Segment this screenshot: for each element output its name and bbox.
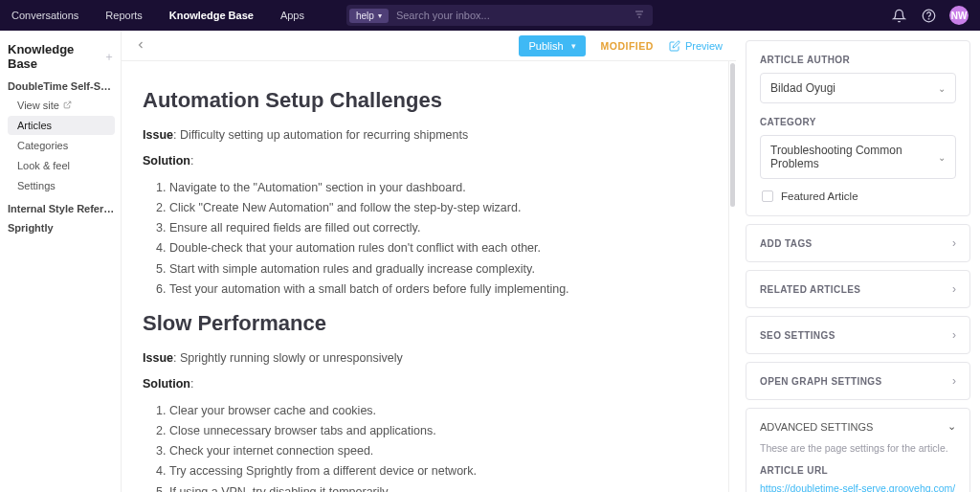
- sidebar-title: Knowledge Base: [8, 42, 103, 71]
- accordion-open-graph[interactable]: OPEN GRAPH SETTINGS ›: [746, 362, 970, 400]
- list-item: Close unnecessary browser tabs and appli…: [169, 421, 694, 441]
- sidebar-group-sprightly[interactable]: Sprightly: [8, 222, 115, 234]
- svg-point-4: [928, 18, 929, 19]
- search-input[interactable]: [389, 10, 634, 21]
- accordion-seo-settings[interactable]: SEO SETTINGS ›: [746, 316, 970, 354]
- nav-apps[interactable]: Apps: [280, 10, 304, 21]
- top-nav: Conversations Reports Knowledge Base App…: [0, 0, 980, 31]
- sidebar-group-style-ref[interactable]: Internal Style Reference ...: [8, 203, 115, 214]
- accordion-title: SEO SETTINGS: [760, 330, 835, 341]
- accordion-add-tags[interactable]: ADD TAGS ›: [746, 224, 970, 262]
- sidebar-group-doubletime[interactable]: DoubleTime Self-Serve: [8, 80, 115, 92]
- publish-button[interactable]: Publish ▾: [519, 35, 585, 56]
- article-body[interactable]: Automation Setup Challenges Issue: Diffi…: [122, 61, 729, 492]
- chevron-right-icon: ›: [952, 236, 956, 250]
- author-value: Bildad Oyugi: [770, 81, 835, 95]
- chevron-down-icon: ⌄: [938, 83, 946, 94]
- solution-steps: Navigate to the "Automation" section in …: [169, 178, 694, 301]
- solution-line: Solution:: [143, 152, 694, 170]
- editor-header: Publish ▾ MODIFIED Preview: [122, 31, 736, 61]
- editor-column: Publish ▾ MODIFIED Preview Automation Se…: [122, 31, 736, 492]
- category-select[interactable]: Troubleshooting Common Problems ⌄: [760, 135, 956, 179]
- featured-article-row[interactable]: Featured Article: [760, 190, 956, 202]
- add-kb-icon[interactable]: ＋: [103, 49, 115, 65]
- chevron-right-icon: ›: [952, 282, 956, 296]
- filter-icon[interactable]: [634, 9, 653, 22]
- accordion-title: OPEN GRAPH SETTINGS: [760, 376, 882, 387]
- category-value: Troubleshooting Common Problems: [770, 144, 938, 170]
- author-label: ARTICLE AUTHOR: [760, 55, 956, 65]
- advanced-settings-header[interactable]: ADVANCED SETTINGS ⌄: [760, 420, 956, 433]
- section-heading: Slow Performance: [143, 311, 694, 336]
- article-url-label: ARTICLE URL: [760, 465, 956, 476]
- advanced-title: ADVANCED SETTINGS: [760, 421, 873, 433]
- sidebar-item-label: View site: [17, 100, 59, 111]
- search-bar[interactable]: help ▾: [346, 5, 653, 26]
- sidebar-item-settings[interactable]: Settings: [8, 176, 115, 195]
- list-item: Navigate to the "Automation" section in …: [169, 178, 694, 198]
- advanced-desc: These are the page settings for the arti…: [760, 442, 956, 454]
- list-item: Check your internet connection speed.: [169, 441, 694, 461]
- search-scope-label: help: [356, 11, 374, 21]
- chevron-down-icon: ▾: [571, 41, 576, 51]
- notifications-icon[interactable]: [892, 9, 906, 23]
- publish-label: Publish: [528, 40, 563, 52]
- accordion-title: RELATED ARTICLES: [760, 284, 860, 295]
- list-item: Double-check that your automation rules …: [169, 238, 694, 258]
- author-select[interactable]: Bildad Oyugi ⌄: [760, 73, 956, 103]
- nav-knowledge-base[interactable]: Knowledge Base: [169, 10, 254, 21]
- external-link-icon: [63, 101, 72, 111]
- chevron-down-icon: ⌄: [947, 420, 956, 433]
- section-heading: Automation Setup Challenges: [143, 88, 694, 113]
- category-label: CATEGORY: [760, 117, 956, 127]
- list-item: Ensure all required fields are filled ou…: [169, 218, 694, 238]
- modified-badge: MODIFIED: [601, 40, 654, 52]
- chevron-down-icon: ▾: [378, 11, 382, 20]
- solution-steps: Clear your browser cache and cookies. Cl…: [169, 401, 694, 493]
- preview-label: Preview: [685, 40, 723, 52]
- list-item: Clear your browser cache and cookies.: [169, 401, 694, 421]
- chevron-right-icon: ›: [952, 328, 956, 342]
- solution-line: Solution:: [143, 375, 694, 393]
- sidebar-item-categories[interactable]: Categories: [8, 136, 115, 155]
- issue-line: Issue: Difficulty setting up automation …: [143, 126, 694, 145]
- editor-scrollbar[interactable]: [729, 61, 736, 492]
- sidebar-item-articles[interactable]: Articles: [8, 116, 115, 135]
- list-item: Test your automation with a small batch …: [169, 280, 694, 300]
- sidebar-item-look-feel[interactable]: Look & feel: [8, 156, 115, 175]
- list-item: Start with simple automation rules and g…: [169, 259, 694, 280]
- accordion-related-articles[interactable]: RELATED ARTICLES ›: [746, 270, 970, 308]
- article-url-value[interactable]: https://doubletime-self-serve.groovehq.c…: [760, 481, 956, 492]
- featured-checkbox[interactable]: [762, 190, 773, 202]
- chevron-down-icon: ⌄: [938, 152, 946, 163]
- advanced-settings-card: ADVANCED SETTINGS ⌄ These are the page s…: [746, 408, 970, 492]
- svg-line-5: [67, 101, 71, 105]
- chevron-right-icon: ›: [952, 374, 956, 388]
- right-panel: ARTICLE AUTHOR Bildad Oyugi ⌄ CATEGORY T…: [736, 31, 980, 492]
- sidebar-item-view-site[interactable]: View site: [8, 96, 115, 115]
- left-sidebar: Knowledge Base ＋ DoubleTime Self-Serve V…: [0, 31, 122, 492]
- search-scope-tag[interactable]: help ▾: [349, 9, 389, 23]
- list-item: Click "Create New Automation" and follow…: [169, 198, 694, 218]
- issue-line: Issue: Sprightly running slowly or unres…: [143, 349, 694, 368]
- back-icon[interactable]: [135, 38, 146, 54]
- featured-label: Featured Article: [781, 190, 858, 202]
- nav-reports[interactable]: Reports: [105, 10, 143, 21]
- author-category-card: ARTICLE AUTHOR Bildad Oyugi ⌄ CATEGORY T…: [746, 40, 970, 216]
- nav-conversations[interactable]: Conversations: [11, 10, 78, 21]
- list-item: If using a VPN, try disabling it tempora…: [169, 482, 694, 493]
- preview-button[interactable]: Preview: [669, 40, 723, 52]
- accordion-title: ADD TAGS: [760, 238, 813, 249]
- help-icon[interactable]: [922, 9, 936, 23]
- list-item: Try accessing Sprightly from a different…: [169, 461, 694, 481]
- user-avatar[interactable]: NW: [949, 6, 969, 25]
- scrollbar-thumb[interactable]: [730, 63, 735, 207]
